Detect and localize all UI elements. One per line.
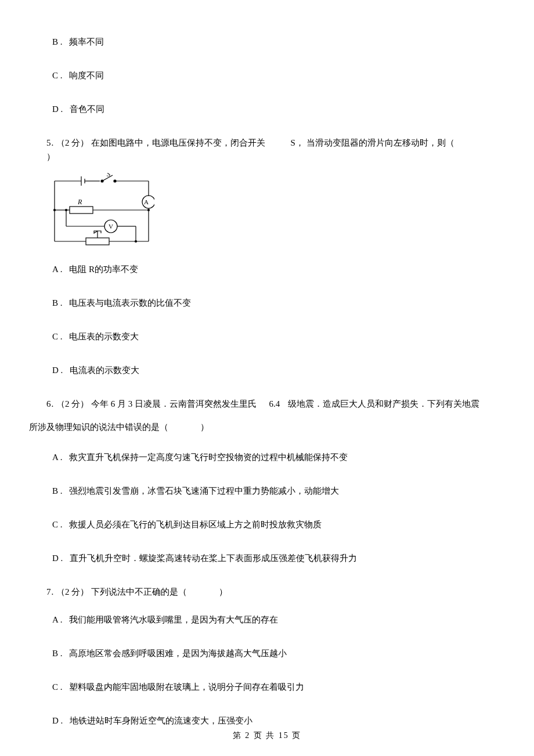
prev-option-b: B . 频率不同 — [46, 35, 488, 49]
question-7: 7. （2 分） 下列说法中不正确的是（ ） — [46, 585, 488, 599]
q7-option-c: C . 塑料吸盘内能牢固地吸附在玻璃上，说明分子间存在着吸引力 — [52, 680, 488, 694]
question-text: 当滑动变阻器的滑片向左移动时，则（ — [306, 138, 454, 147]
q7-option-d: D . 地铁进站时车身附近空气的流速变大，压强变小 — [52, 714, 488, 728]
q6-option-c: C . 救援人员必须在飞行的飞机到达目标区域上方之前时投放救灾物质 — [52, 518, 488, 531]
q5-option-a: A . 电阻 R的功率不变 — [52, 262, 488, 276]
question-6-cont: 所涉及物理知识的说法中错误的是（ ） — [29, 420, 488, 434]
blank-paren — [456, 138, 484, 147]
question-number: 5. — [46, 138, 54, 147]
prev-option-d: D . 音色不同 — [46, 102, 488, 116]
points-label: （2 分） — [56, 399, 89, 408]
question-text: 级地震．造成巨大人员和财产损失．下列有关地震 — [288, 399, 479, 408]
points-label: （2 分） — [56, 138, 89, 147]
svg-point-26 — [66, 209, 67, 211]
q5-option-c: C . 电压表的示数变大 — [52, 330, 488, 343]
option-text: 音色不同 — [70, 104, 104, 114]
option-text: 救灾直升飞机保持一定高度匀速飞行时空投物资的过程中机械能保持不变 — [69, 453, 348, 462]
page-footer: 第 2 页 共 15 页 — [0, 729, 534, 742]
option-text: 高原地区常会感到呼吸困难，是因为海拔越高大气压越小 — [69, 649, 287, 658]
option-label: B . — [52, 298, 63, 308]
option-text: 响度不同 — [69, 71, 104, 80]
svg-point-27 — [135, 241, 137, 243]
close-paren: ） — [46, 152, 55, 161]
option-label: C . — [52, 332, 63, 341]
option-text: 直升飞机升空时．螺旋桨高速转动在桨上下表面形成压强差使飞机获得升力 — [70, 554, 357, 563]
option-text: 强烈地震引发雪崩，冰雪石块飞速涌下过程中重力势能减小，动能增大 — [69, 486, 339, 495]
option-label: C . — [52, 682, 63, 692]
svg-rect-17 — [70, 207, 93, 214]
close-paren: ） — [200, 422, 209, 432]
blank-paren — [189, 587, 217, 596]
option-label: D . — [52, 716, 63, 725]
question-number: 6. — [46, 399, 54, 408]
circuit-diagram: S R A V — [49, 173, 154, 248]
option-text: 电流表的示数变大 — [70, 366, 139, 375]
option-label: C . — [52, 71, 63, 80]
q6-option-b: B . 强烈地震引发雪崩，冰雪石块飞速涌下过程中重力势能减小，动能增大 — [52, 484, 488, 498]
option-text: 救援人员必须在飞行的飞机到达目标区域上方之前时投放救灾物质 — [69, 520, 322, 529]
question-text: 下列说法中不正确的是（ — [91, 587, 187, 596]
option-text: 频率不同 — [69, 37, 104, 46]
q7-option-a: A . 我们能用吸管将汽水吸到嘴里，是因为有大气压的存在 — [52, 613, 488, 627]
option-text: 电阻 R的功率不变 — [69, 265, 138, 274]
svg-rect-12 — [86, 238, 109, 245]
magnitude: 6.4 — [269, 399, 280, 408]
option-text: 电压表的示数变大 — [69, 332, 139, 341]
question-text: 所涉及物理知识的说法中错误的是（ — [29, 422, 168, 432]
question-6: 6. （2 分） 今年 6 月 3 日凌晨．云南普洱突然发生里氏 6.4 级地震… — [46, 397, 488, 411]
option-text: 地铁进站时车身附近空气的流速变大，压强变小 — [70, 716, 252, 725]
option-label: D . — [52, 554, 63, 563]
close-paren: ） — [219, 587, 228, 596]
voltmeter-v-label: V — [109, 223, 113, 230]
switch-label: S， — [291, 138, 304, 147]
question-number: 7. — [46, 587, 54, 596]
option-label: D . — [52, 104, 63, 114]
resistor-r-label: R — [77, 198, 82, 206]
option-label: A . — [52, 615, 63, 624]
question-5: 5. （2 分） 在如图电路中，电源电压保持不变，闭合开关 S， 当滑动变阻器的… — [46, 136, 488, 164]
option-label: B . — [52, 37, 63, 46]
question-text: 今年 6 月 3 日凌晨．云南普洱突然发生里氏 — [91, 399, 257, 408]
q5-option-b: B . 电压表与电流表示数的比值不变 — [52, 296, 488, 310]
prev-option-c: C . 响度不同 — [46, 68, 488, 82]
option-label: A . — [52, 453, 63, 462]
q5-option-d: D . 电流表的示数变大 — [52, 363, 488, 377]
option-label: B . — [52, 486, 63, 495]
option-label: B . — [52, 649, 63, 658]
option-label: C . — [52, 520, 63, 529]
blank-paren — [171, 422, 198, 432]
points-label: （2 分） — [56, 587, 89, 596]
svg-point-25 — [148, 209, 150, 211]
option-label: A . — [52, 265, 63, 274]
option-label: D . — [52, 366, 63, 375]
ammeter-a-label: A — [144, 198, 149, 205]
switch-s-label: S — [107, 173, 110, 178]
q6-option-a: A . 救灾直升飞机保持一定高度匀速飞行时空投物资的过程中机械能保持不变 — [52, 450, 488, 464]
q6-option-d: D . 直升飞机升空时．螺旋桨高速转动在桨上下表面形成压强差使飞机获得升力 — [52, 551, 488, 565]
q7-option-b: B . 高原地区常会感到呼吸困难，是因为海拔越高大气压越小 — [52, 646, 488, 660]
option-text: 电压表与电流表示数的比值不变 — [69, 298, 191, 308]
svg-point-24 — [54, 209, 56, 211]
question-text: 在如图电路中，电源电压保持不变，闭合开关 — [91, 138, 265, 147]
option-text: 我们能用吸管将汽水吸到嘴里，是因为有大气压的存在 — [69, 615, 278, 624]
option-text: 塑料吸盘内能牢固地吸附在玻璃上，说明分子间存在着吸引力 — [69, 682, 304, 692]
